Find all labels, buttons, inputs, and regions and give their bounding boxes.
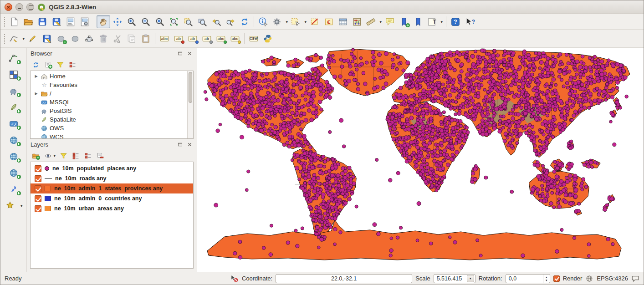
node-tool-button[interactable]: [82, 32, 96, 45]
zoom-in-button[interactable]: [125, 15, 138, 28]
select-by-expression-button[interactable]: ε: [322, 15, 336, 28]
metasearch-csw-button[interactable]: CSW: [247, 32, 261, 45]
add-wcs-layer-button[interactable]: [5, 150, 22, 163]
pan-to-selection-button[interactable]: [111, 15, 124, 28]
add-wms-layer-button[interactable]: [5, 133, 22, 147]
window-minimize-button[interactable]: [15, 3, 23, 11]
titlebar[interactable]: QGIS 2.8.3-Wien: [0, 0, 644, 14]
browser-item-home[interactable]: ▶ Home: [31, 72, 187, 81]
show-hide-labels-button[interactable]: ab: [200, 32, 214, 45]
zoom-out-button[interactable]: [139, 15, 153, 28]
move-feature-button[interactable]: [68, 32, 82, 45]
new-shapefile-layer-button[interactable]: ▾: [4, 199, 24, 213]
help-contents-button[interactable]: ?: [449, 15, 462, 28]
python-console-button[interactable]: [261, 32, 275, 45]
browser-item-postgis[interactable]: PostGIS: [31, 107, 187, 115]
expand-all-button[interactable]: [71, 151, 81, 161]
zoom-to-selection-button[interactable]: [181, 15, 195, 28]
copy-features-button[interactable]: [125, 32, 138, 45]
browser-add-selected-button[interactable]: [43, 60, 53, 70]
add-vector-layer-button[interactable]: [5, 51, 22, 65]
crs-status-icon[interactable]: [585, 275, 593, 283]
refresh-map-button[interactable]: [238, 15, 251, 28]
browser-item-favourites[interactable]: ☆ Favourites: [31, 81, 187, 89]
manage-layer-visibility-button[interactable]: ▾: [43, 151, 56, 161]
identify-features-button[interactable]: [256, 15, 270, 28]
layers-float-button[interactable]: [176, 141, 184, 148]
browser-float-button[interactable]: [176, 50, 184, 57]
layer-labeling-button[interactable]: abc: [158, 32, 171, 45]
dropdown-arrow-icon[interactable]: ▾: [440, 20, 443, 24]
pin-labels-button[interactable]: ab: [172, 32, 185, 45]
field-calculator-button[interactable]: [350, 15, 364, 28]
browser-item-ows[interactable]: OWS: [31, 124, 187, 132]
dropdown-arrow-icon[interactable]: ▾: [20, 204, 23, 208]
new-print-composer-button[interactable]: [64, 15, 77, 28]
add-spatialite-layer-button[interactable]: [5, 101, 22, 114]
window-maximize-button[interactable]: [26, 3, 34, 11]
browser-item-mssql[interactable]: MSSQL: [31, 98, 187, 107]
text-annotation-button[interactable]: T▾: [425, 15, 444, 28]
new-project-button[interactable]: [7, 15, 21, 28]
add-delimited-text-layer-button[interactable]: [5, 183, 22, 196]
extent-tracking-icon[interactable]: [230, 275, 239, 283]
measure-button[interactable]: ▾: [364, 15, 383, 28]
current-edits-button[interactable]: ▾: [7, 32, 26, 45]
zoom-native-button[interactable]: [153, 15, 167, 28]
browser-close-button[interactable]: [186, 50, 193, 57]
toolbar-drag-handle[interactable]: [4, 34, 5, 44]
map-canvas[interactable]: [197, 48, 644, 272]
add-postgis-layer-button[interactable]: [5, 84, 22, 98]
render-checkbox[interactable]: [553, 275, 560, 282]
zoom-last-button[interactable]: [210, 15, 223, 28]
dropdown-arrow-icon[interactable]: ▾: [379, 20, 382, 24]
browser-collapse-all-button[interactable]: [67, 60, 78, 70]
spin-up-icon[interactable]: ▴: [546, 275, 547, 279]
dropdown-arrow-icon[interactable]: ▾: [53, 154, 56, 158]
layer-item-populated-places[interactable]: ne_10m_populated_places any: [31, 163, 193, 173]
add-group-button[interactable]: [31, 151, 41, 161]
browser-item-spatialite[interactable]: SpatiaLite: [31, 115, 187, 124]
layer-checkbox[interactable]: [35, 195, 41, 202]
add-feature-button[interactable]: [54, 32, 68, 45]
rotation-spin-buttons[interactable]: ▴ ▾: [543, 275, 550, 283]
layer-checkbox[interactable]: [35, 185, 41, 192]
toolbar-drag-handle[interactable]: [4, 17, 5, 27]
layer-checkbox[interactable]: [35, 175, 41, 182]
epsg-text[interactable]: EPSG:4326: [597, 275, 628, 282]
layers-close-button[interactable]: [186, 141, 193, 148]
expander-icon[interactable]: ▶: [34, 92, 39, 96]
layer-checkbox[interactable]: [35, 165, 41, 172]
remove-layer-button[interactable]: [95, 151, 106, 161]
paste-features-button[interactable]: [139, 32, 153, 45]
layer-item-admin0-countries[interactable]: ne_10m_admin_0_countries any: [31, 193, 193, 204]
layer-item-roads[interactable]: ne_10m_roads any: [31, 173, 193, 183]
run-feature-action-button[interactable]: ▾: [271, 15, 289, 28]
toggle-editing-button[interactable]: [26, 32, 40, 45]
save-project-button[interactable]: [36, 15, 49, 28]
rotation-spinbox[interactable]: 0,0 ▴ ▾: [506, 274, 550, 283]
browser-item-wcs[interactable]: WCS: [31, 132, 187, 139]
new-bookmark-button[interactable]: [397, 15, 411, 28]
select-features-button[interactable]: ▾: [289, 15, 307, 28]
open-project-button[interactable]: [21, 15, 35, 28]
scrollbar-thumb[interactable]: [189, 72, 192, 103]
add-raster-layer-button[interactable]: [5, 68, 22, 81]
deselect-all-button[interactable]: [308, 15, 322, 28]
browser-filter-button[interactable]: [55, 60, 66, 70]
scale-combobox[interactable]: 5.516.415 ▾: [434, 274, 475, 283]
add-wfs-layer-button[interactable]: [5, 166, 22, 180]
window-close-button[interactable]: [5, 3, 12, 11]
dropdown-arrow-icon[interactable]: ▾: [286, 20, 288, 24]
expander-icon[interactable]: ▶: [34, 74, 39, 78]
map-tips-button[interactable]: [383, 15, 397, 28]
spin-down-icon[interactable]: ▾: [546, 279, 547, 282]
collapse-all-button[interactable]: [83, 151, 93, 161]
zoom-full-button[interactable]: [167, 15, 181, 28]
pan-map-button[interactable]: [97, 15, 110, 28]
dropdown-arrow-icon[interactable]: ▾: [22, 36, 25, 41]
browser-refresh-button[interactable]: [31, 60, 41, 70]
save-layer-edits-button[interactable]: [40, 32, 54, 45]
zoom-to-layer-button[interactable]: [195, 15, 209, 28]
browser-item-root[interactable]: ▶ /: [31, 89, 187, 98]
